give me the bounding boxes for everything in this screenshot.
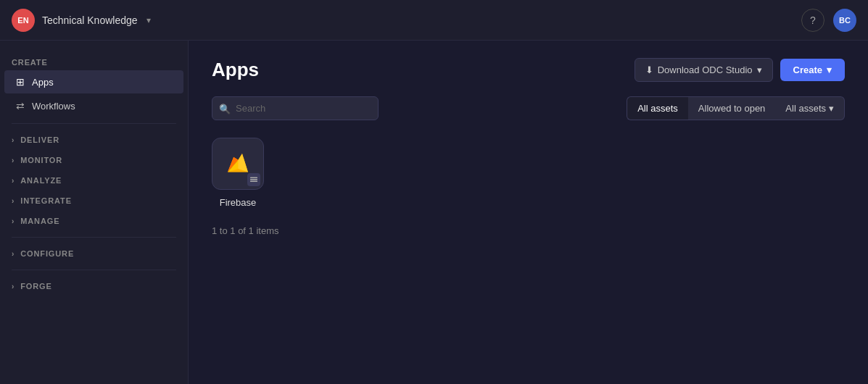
download-icon: ⬇ (645, 64, 653, 75)
filter-right: All assets Allowed to open All assets ▾ (627, 96, 845, 120)
apps-icon: ⊞ (16, 76, 25, 88)
search-input[interactable] (212, 96, 379, 120)
chevron-configure-icon: › (12, 250, 15, 258)
workspace-chevron-icon[interactable]: ▾ (146, 15, 151, 25)
configure-label: CONFIGURE (20, 249, 74, 258)
en-badge: EN (12, 9, 35, 32)
filter-all-assets-2-label: All assets (785, 103, 826, 114)
sidebar: CREATE ⊞ Apps ⇄ Workflows › DELIVER › MO… (0, 41, 189, 384)
search-icon: 🔍 (219, 103, 231, 114)
layers-icon (249, 175, 258, 184)
chevron-monitor-icon: › (12, 156, 15, 164)
sidebar-item-workflows[interactable]: ⇄ Workflows (4, 94, 183, 117)
search-wrap: 🔍 (212, 96, 379, 120)
workspace-title: Technical Knowledge (42, 14, 138, 26)
filter-bar: 🔍 All assets Allowed to open All assets … (212, 96, 845, 120)
sidebar-item-deliver[interactable]: › DELIVER (0, 130, 188, 150)
analyze-label: ANALYZE (20, 176, 62, 185)
app-grid: Firebase (212, 138, 845, 208)
chevron-deliver-icon: › (12, 136, 15, 144)
app-card-firebase[interactable]: Firebase (212, 138, 264, 208)
sidebar-item-analyze[interactable]: › ANALYZE (0, 170, 188, 191)
download-odc-button[interactable]: ⬇ Download ODC Studio ▾ (635, 58, 773, 82)
sidebar-item-configure[interactable]: › CONFIGURE (0, 243, 188, 264)
deliver-label: DELIVER (20, 135, 59, 144)
forge-label: FORGE (20, 282, 52, 291)
chevron-integrate-icon: › (12, 197, 15, 205)
integrate-label: INTEGRATE (20, 196, 72, 205)
manage-label: MANAGE (20, 217, 59, 225)
filter-all-assets-button[interactable]: All assets (627, 96, 688, 120)
topbar-left: EN Technical Knowledge ▾ (12, 9, 151, 32)
help-button[interactable]: ? (801, 9, 824, 32)
create-chevron-icon: ▾ (827, 64, 832, 75)
sidebar-item-monitor[interactable]: › MONITOR (0, 150, 188, 170)
monitor-label: MONITOR (20, 156, 62, 164)
main-header: Apps ⬇ Download ODC Studio ▾ Create ▾ (212, 58, 845, 82)
sidebar-divider-2 (12, 237, 176, 238)
workflows-icon: ⇄ (16, 100, 25, 112)
topbar: EN Technical Knowledge ▾ ? BC (0, 0, 868, 41)
create-button[interactable]: Create ▾ (780, 59, 845, 81)
main-content: Apps ⬇ Download ODC Studio ▾ Create ▾ 🔍 (189, 41, 868, 384)
app-icon-firebase (212, 138, 264, 190)
svg-rect-0 (250, 179, 257, 180)
chevron-analyze-icon: › (12, 177, 15, 185)
app-overlay-icon (247, 173, 260, 186)
chevron-manage-icon: › (12, 217, 15, 225)
pagination-text: 1 to 1 of 1 items (212, 225, 845, 236)
svg-rect-1 (250, 178, 257, 179)
app-name-firebase: Firebase (220, 197, 257, 208)
sidebar-apps-label: Apps (32, 77, 54, 88)
sidebar-divider-1 (12, 123, 176, 124)
chevron-forge-icon: › (12, 283, 15, 291)
filter-allowed-button[interactable]: Allowed to open (688, 96, 776, 120)
download-btn-label: Download ODC Studio (658, 64, 753, 75)
svg-rect-2 (250, 181, 257, 183)
sidebar-create-label: CREATE (0, 52, 188, 70)
sidebar-item-apps[interactable]: ⊞ Apps (4, 70, 183, 93)
download-chevron-icon: ▾ (757, 64, 762, 75)
filter-chevron-icon: ▾ (829, 103, 834, 114)
user-avatar[interactable]: BC (833, 9, 856, 32)
filter-all-assets-2-button[interactable]: All assets ▾ (775, 96, 845, 120)
sidebar-divider-3 (12, 270, 176, 270)
sidebar-item-integrate[interactable]: › INTEGRATE (0, 191, 188, 211)
sidebar-item-forge[interactable]: › FORGE (0, 276, 188, 296)
layout: CREATE ⊞ Apps ⇄ Workflows › DELIVER › MO… (0, 41, 868, 384)
sidebar-item-manage[interactable]: › MANAGE (0, 211, 188, 231)
header-actions: ⬇ Download ODC Studio ▾ Create ▾ (635, 58, 845, 82)
page-title: Apps (212, 59, 259, 81)
sidebar-workflows-label: Workflows (32, 101, 75, 112)
create-btn-label: Create (793, 64, 822, 75)
topbar-right: ? BC (801, 9, 856, 32)
